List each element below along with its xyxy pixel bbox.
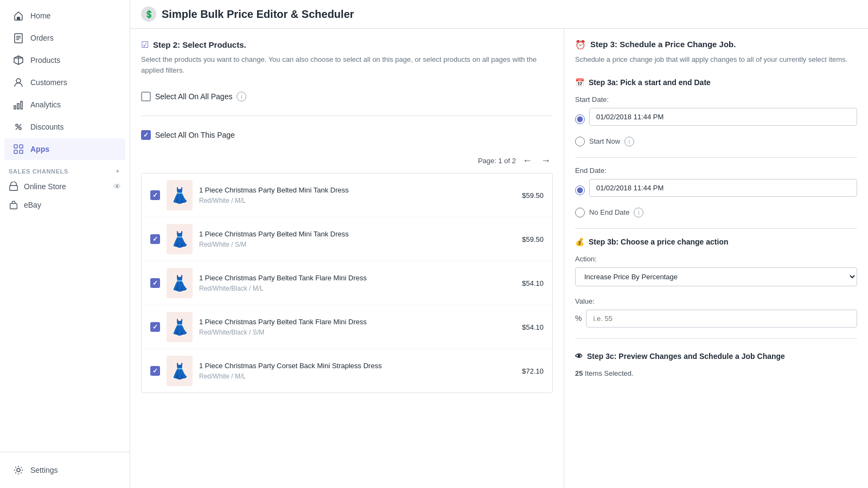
select-all-pages-label[interactable]: Select All On All Pages (155, 92, 232, 101)
step3c-title: 👁 Step 3c: Preview Changes and Schedule … (575, 352, 857, 361)
end-date-input[interactable] (589, 179, 857, 197)
step3a-title: 📅 Step 3a: Pick a start and end Date (575, 78, 857, 87)
product-checkbox-2[interactable] (150, 234, 160, 244)
no-end-date-radio-row: No End Date i (575, 208, 857, 217)
start-date-radio-row (575, 108, 857, 131)
sidebar-item-orders-label: Orders (30, 34, 54, 42)
start-date-group: Start Date: Start Now i (575, 95, 857, 146)
svg-point-13 (19, 127, 21, 130)
eye-icon[interactable]: 👁 (113, 182, 121, 191)
select-all-pages-checkbox[interactable] (141, 92, 151, 101)
product-checkbox-4[interactable] (150, 322, 160, 332)
product-item: 👗 1 Piece Christmas Party Belted Mini Ta… (142, 217, 552, 261)
sidebar: Home Orders Products Customers (0, 0, 130, 488)
add-sales-channel-icon[interactable]: ＋ (114, 167, 121, 175)
product-image-2: 👗 (167, 224, 193, 254)
bag-icon (9, 200, 18, 210)
sidebar-item-home[interactable]: Home (4, 5, 125, 27)
step3-description: Schedule a price change job that will ap… (575, 54, 857, 65)
product-item: 👗 1 Piece Christmas Party Belted Tank Fl… (142, 305, 552, 349)
end-date-specific-radio[interactable] (575, 185, 585, 195)
sidebar-item-analytics[interactable]: Analytics (4, 94, 125, 115)
sidebar-item-customers[interactable]: Customers (4, 72, 125, 93)
sidebar-item-apps-label: Apps (30, 145, 49, 153)
app-icon: 💲 (141, 7, 156, 22)
product-name-1: 1 Piece Christmas Party Belted Mini Tank… (199, 186, 515, 195)
step2-description: Select the products you want to change. … (141, 54, 553, 75)
action-label: Action: (575, 255, 857, 263)
sidebar-item-discounts[interactable]: Discounts (4, 116, 125, 138)
svg-rect-11 (21, 101, 22, 109)
sidebar-item-online-store[interactable]: Online Store 👁 (0, 177, 130, 196)
action-select[interactable]: Increase Price By PercentageDecrease Pri… (575, 267, 857, 286)
select-all-pages-row: Select All On All Pages i (141, 86, 553, 107)
sales-channels-section: SALES CHANNELS ＋ (0, 160, 130, 177)
start-now-radio[interactable] (575, 137, 585, 146)
step3-clock-icon: ⏰ (575, 40, 586, 50)
sidebar-item-orders[interactable]: Orders (4, 27, 125, 49)
product-image-3: 👗 (167, 268, 193, 298)
product-variant-3: Red/White/Black / M/L (199, 285, 515, 292)
product-variant-4: Red/White/Black / S/M (199, 329, 515, 336)
next-page-button[interactable]: → (539, 154, 553, 168)
end-date-group: End Date: No End Date i (575, 166, 857, 217)
product-image-1: 👗 (167, 180, 193, 210)
products-icon (13, 55, 24, 66)
discounts-icon (13, 121, 24, 132)
product-checkbox-5[interactable] (150, 366, 160, 376)
product-info-1: 1 Piece Christmas Party Belted Mini Tank… (199, 186, 515, 204)
no-end-date-info-icon[interactable]: i (634, 208, 643, 217)
select-all-page-checkbox[interactable] (141, 130, 151, 140)
action-group: Action: Increase Price By PercentageDecr… (575, 255, 857, 286)
settings-icon (13, 465, 24, 476)
sidebar-item-apps[interactable]: Apps (4, 138, 125, 160)
sidebar-item-settings-label: Settings (30, 466, 58, 474)
value-row: % (575, 310, 857, 328)
no-end-date-radio[interactable] (575, 208, 585, 217)
orders-icon (13, 33, 24, 43)
store-icon (9, 182, 18, 191)
start-date-input[interactable] (589, 108, 857, 126)
content-area: ☑ Step 2: Select Products. Select the pr… (130, 29, 868, 488)
product-checkbox-1[interactable] (150, 190, 160, 200)
sidebar-item-products-label: Products (30, 56, 60, 65)
product-variant-2: Red/White / S/M (199, 241, 515, 248)
value-input[interactable] (586, 310, 857, 328)
product-info-4: 1 Piece Christmas Party Belted Tank Flar… (199, 318, 515, 336)
no-end-date-label[interactable]: No End Date (589, 208, 629, 216)
select-all-page-label[interactable]: Select All On This Page (155, 131, 235, 139)
sidebar-footer: Settings (0, 452, 130, 488)
divider4 (575, 338, 857, 339)
product-checkbox-3[interactable] (150, 278, 160, 288)
sidebar-item-products[interactable]: Products (4, 49, 125, 71)
svg-rect-16 (20, 145, 23, 148)
items-selected-count: 25 (575, 369, 583, 377)
start-now-label[interactable]: Start Now (589, 137, 620, 145)
product-price-2: $59.50 (522, 235, 544, 243)
select-all-pages-info-icon[interactable]: i (237, 92, 246, 101)
sidebar-item-settings[interactable]: Settings (4, 459, 125, 481)
value-label: Value: (575, 297, 857, 305)
end-date-label: End Date: (575, 166, 857, 175)
analytics-icon (13, 99, 24, 110)
product-price-3: $54.10 (522, 279, 544, 287)
sidebar-item-ebay[interactable]: eBay (0, 196, 130, 214)
value-group: Value: % (575, 297, 857, 328)
prev-page-button[interactable]: ← (520, 154, 534, 168)
svg-rect-18 (20, 150, 23, 153)
end-date-radio-row (575, 179, 857, 202)
product-name-3: 1 Piece Christmas Party Belted Tank Flar… (199, 274, 515, 283)
start-now-info-icon[interactable]: i (624, 137, 634, 146)
page-title: Simple Bulk Price Editor & Scheduler (162, 8, 354, 21)
product-list: 👗 1 Piece Christmas Party Belted Mini Ta… (141, 173, 553, 393)
percent-symbol: % (575, 314, 582, 323)
start-date-specific-radio[interactable] (575, 114, 585, 124)
divider2 (575, 157, 857, 158)
start-date-label: Start Date: (575, 95, 857, 104)
page-header: 💲 Simple Bulk Price Editor & Scheduler (130, 0, 868, 29)
product-variant-5: Red/White / M/L (199, 373, 515, 380)
product-list-wrapper: 👗 1 Piece Christmas Party Belted Mini Ta… (141, 173, 553, 393)
product-info-3: 1 Piece Christmas Party Belted Tank Flar… (199, 274, 515, 292)
money-icon: 💰 (575, 237, 584, 246)
product-info-5: 1 Piece Christmas Party Corset Back Mini… (199, 362, 515, 380)
